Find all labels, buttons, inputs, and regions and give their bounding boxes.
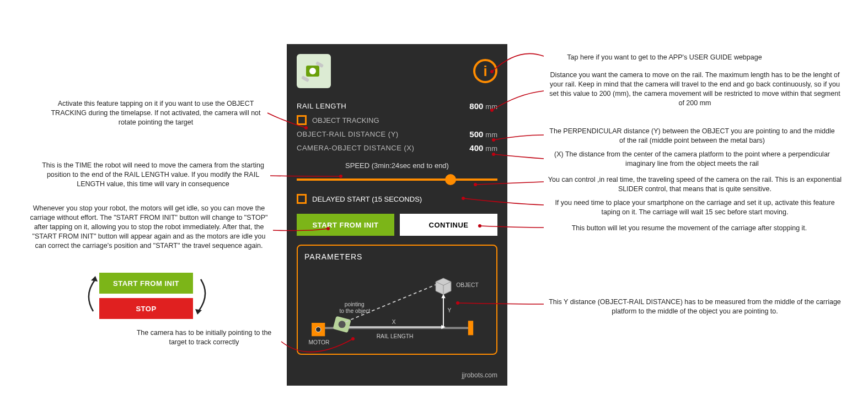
svg-marker-7 [441,294,445,298]
diagram-motor-label: MOTOR [308,339,329,345]
annotation-camera-pointing: The camera has to be initially pointing … [127,328,281,347]
annotation-slider: You can control ,in real time, the trave… [546,175,844,194]
delayed-start-checkbox[interactable] [297,194,307,204]
annotation-y: This Y distance (OBJECT-RAIL DISTANCE) h… [546,297,844,316]
camera-object-row: CAMERA-OBJECT DISTANCE (X) 400mm [297,141,497,155]
diagram-object-label: OBJECT [456,282,479,288]
object-rail-value[interactable]: 500mm [469,129,497,139]
diagram-x-label: X [392,319,396,325]
svg-point-1 [309,68,316,74]
diagram-y-label: Y [447,307,451,313]
object-tracking-label: OBJECT TRACKING [312,116,379,125]
speed-label: SPEED (3min:24sec end to end) [297,161,497,170]
parameters-diagram: OBJECT Y MOTOR X RAIL LENGTH pointing [304,263,490,351]
slider-thumb[interactable] [445,174,456,185]
svg-marker-18 [91,276,98,282]
parameters-panel: PARAMETERS OBJECT Y MOTOR X [297,245,497,355]
svg-point-11 [316,327,321,332]
annotation-cam-obj: (X) The distance from the center of the … [546,150,838,169]
cycle-arrow-left-icon [80,273,99,320]
svg-point-15 [339,321,346,328]
speed-slider[interactable] [297,173,497,186]
camera-object-label: CAMERA-OBJECT DISTANCE (X) [297,144,414,152]
continue-button[interactable]: CONTINUE [400,214,497,236]
rail-length-value[interactable]: 800mm [469,101,497,111]
slider-track [297,178,497,181]
camera-object-value[interactable]: 400mm [469,143,497,153]
demo-stop-button: STOP [99,298,193,319]
annotation-continue: This button will let you resume the move… [546,224,833,233]
footer: jjrobots.com [462,371,497,379]
parameters-title: PARAMETERS [304,252,490,261]
diagram-rail-length-label: RAIL LENGTH [377,333,414,339]
svg-text:to the object: to the object [339,308,370,314]
demo-button-group: START FROM INIT STOP [99,273,193,323]
info-icon[interactable]: i [473,59,497,83]
app-header: i [297,54,497,88]
annotation-rail: Distance you want the camera to move on … [546,71,844,108]
object-tracking-checkbox[interactable] [297,115,307,125]
delayed-start-row[interactable]: DELAYED START (15 SECONDS) [297,192,497,206]
svg-rect-9 [468,321,473,335]
svg-marker-19 [195,309,202,315]
annotation-delayed: If you need time to place your smartphon… [546,198,844,217]
delayed-start-label: DELAYED START (15 SECONDS) [312,195,422,203]
annotation-info: Tap here if you want to get to the APP's… [546,53,783,62]
annotation-start: Whenever you stop your robot, the motors… [28,204,270,250]
rail-length-label: RAIL LENGTH [297,102,346,110]
app-icon [297,54,331,88]
cycle-arrow-right-icon [194,273,213,320]
object-rail-row: OBJECT-RAIL DISTANCE (Y) 500mm [297,127,497,141]
object-rail-label: OBJECT-RAIL DISTANCE (Y) [297,130,399,138]
button-row: START FROM INIT CONTINUE [297,214,497,236]
start-button[interactable]: START FROM INIT [297,214,394,236]
object-tracking-row[interactable]: OBJECT TRACKING [297,113,497,127]
rail-length-row: RAIL LENGTH 800mm [297,99,497,113]
annotation-object-tracking: Activate this feature tapping on it if y… [44,99,267,127]
app-panel: i RAIL LENGTH 800mm OBJECT TRACKING OBJE… [287,44,507,386]
annotation-obj-rail: The PERPENDICULAR distance (Y) between t… [546,127,838,145]
demo-start-button: START FROM INIT [99,273,193,294]
diagram-pointing-label: pointing [345,301,365,307]
annotation-speed: This is the TIME the robot will need to … [39,161,267,189]
